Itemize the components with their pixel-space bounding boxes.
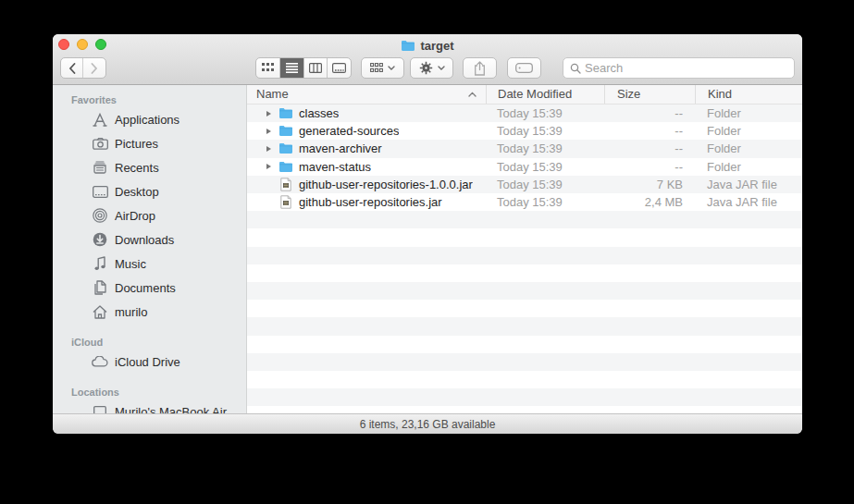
column-header-date-modified[interactable]: Date Modified (486, 85, 604, 104)
file-kind: Folder (695, 160, 802, 174)
search-input[interactable] (585, 61, 787, 75)
share-icon (474, 61, 486, 76)
file-size: -- (604, 141, 695, 155)
sidebar-item-downloads[interactable]: Downloads (53, 227, 246, 252)
disclosure-triangle-icon[interactable] (266, 146, 271, 152)
sidebar-item-home[interactable]: murilo (53, 300, 246, 324)
sidebar-item-applications[interactable]: Applications (53, 107, 246, 131)
file-name: github-user-repositories-1.0.0.jar (299, 178, 473, 191)
sidebar-item-recents[interactable]: Recents (53, 155, 246, 179)
file-name: classes (299, 106, 339, 120)
column-header-kind[interactable]: Kind (695, 85, 802, 104)
column-view-button[interactable] (303, 58, 328, 78)
applications-icon (92, 111, 108, 128)
sidebar-item-icloud-drive[interactable]: iCloud Drive (53, 350, 246, 374)
table-row[interactable]: classes Today 15:39 -- Folder (247, 104, 802, 122)
sidebar-item-label: Downloads (115, 233, 174, 247)
status-bar: 6 items, 23,16 GB available (53, 413, 802, 434)
gear-icon (419, 61, 433, 75)
file-list: Name Date Modified Size Kind c (247, 85, 802, 413)
list-view-button[interactable] (279, 58, 303, 78)
sidebar-item-documents[interactable]: Documents (53, 276, 246, 300)
camera-icon (92, 135, 108, 152)
folder-icon (278, 142, 293, 155)
sidebar: Favorites Applications Pictures Recents (53, 85, 247, 413)
file-size: -- (604, 124, 695, 138)
disclosure-triangle-icon[interactable] (266, 111, 271, 117)
group-by-button[interactable] (361, 57, 404, 79)
tag-button[interactable] (507, 57, 541, 79)
disclosure-triangle-icon[interactable] (266, 164, 271, 169)
music-note-icon (92, 255, 108, 272)
sidebar-item-label: AirDrop (115, 209, 155, 223)
recents-stack-icon (92, 159, 108, 176)
sidebar-item-label: Documents (115, 281, 176, 295)
file-kind: Java JAR file (695, 178, 802, 191)
sidebar-section-locations: Locations (71, 385, 246, 400)
status-text: 6 items, 23,16 GB available (360, 418, 496, 431)
file-size: -- (604, 106, 695, 120)
file-kind: Folder (695, 124, 802, 138)
sidebar-section-icloud: iCloud (71, 335, 246, 350)
table-row[interactable]: github-user-repositories.jar Today 15:39… (247, 193, 802, 211)
sidebar-item-pictures[interactable]: Pictures (53, 131, 246, 155)
table-row[interactable]: maven-status Today 15:39 -- Folder (247, 158, 802, 176)
table-row[interactable]: generated-sources Today 15:39 -- Folder (247, 122, 802, 140)
sidebar-item-label: murilo (115, 305, 147, 319)
cloud-icon (92, 353, 108, 370)
file-date: Today 15:39 (486, 124, 604, 138)
sidebar-item-macbook[interactable]: Murilo's MacBook Air (53, 400, 246, 413)
share-button[interactable] (463, 57, 497, 79)
tag-icon (515, 63, 533, 73)
file-date: Today 15:39 (486, 106, 604, 120)
column-header-name[interactable]: Name (247, 85, 486, 104)
file-date: Today 15:39 (486, 195, 604, 209)
list-header: Name Date Modified Size Kind (247, 85, 802, 104)
window-title-area: target (53, 38, 802, 53)
file-date: Today 15:39 (486, 178, 604, 191)
table-row[interactable]: github-user-repositories-1.0.0.jar Today… (247, 176, 802, 193)
folder-icon (278, 160, 293, 173)
forward-button[interactable] (83, 58, 105, 78)
jar-file-icon (278, 196, 293, 209)
window-title: target (420, 39, 453, 53)
file-name: generated-sources (299, 124, 399, 138)
home-icon (92, 303, 108, 320)
sort-ascending-icon (468, 92, 477, 97)
file-size: 7 KB (604, 178, 695, 191)
folder-icon (278, 107, 293, 120)
disclosure-triangle-icon[interactable] (266, 129, 271, 134)
search-field (563, 57, 795, 79)
column-header-size[interactable]: Size (604, 85, 695, 104)
folder-icon (278, 125, 293, 138)
sidebar-item-desktop[interactable]: Desktop (53, 179, 246, 203)
nav-buttons (60, 57, 106, 79)
action-gear-button[interactable] (410, 57, 453, 79)
finder-window: target (53, 34, 802, 434)
file-name: maven-status (299, 160, 371, 174)
table-row[interactable]: maven-archiver Today 15:39 -- Folder (247, 140, 802, 157)
sidebar-item-label: Pictures (115, 137, 158, 151)
file-name: maven-archiver (299, 141, 382, 155)
coverflow-view-button[interactable] (327, 58, 351, 78)
search-icon (570, 63, 581, 74)
sidebar-item-label: Music (115, 257, 146, 271)
file-size: -- (604, 160, 695, 174)
file-rows: classes Today 15:39 -- Folder generated-… (247, 104, 802, 413)
chevron-down-icon (438, 66, 445, 70)
sidebar-item-airdrop[interactable]: AirDrop (53, 203, 246, 227)
title-toolbar: target (53, 34, 802, 85)
file-date: Today 15:39 (486, 160, 604, 174)
desktop-icon (92, 183, 108, 200)
back-button[interactable] (61, 58, 83, 78)
sidebar-item-music[interactable]: Music (53, 252, 246, 276)
sidebar-item-label: Murilo's MacBook Air (115, 405, 227, 414)
sidebar-item-label: Applications (115, 113, 179, 127)
documents-icon (92, 279, 108, 296)
sidebar-item-label: Recents (115, 161, 159, 175)
sidebar-item-label: iCloud Drive (115, 355, 180, 369)
file-kind: Folder (695, 141, 802, 155)
sidebar-section-favorites: Favorites (71, 92, 246, 107)
file-name: github-user-repositories.jar (299, 195, 442, 209)
icon-view-button[interactable] (256, 58, 279, 78)
